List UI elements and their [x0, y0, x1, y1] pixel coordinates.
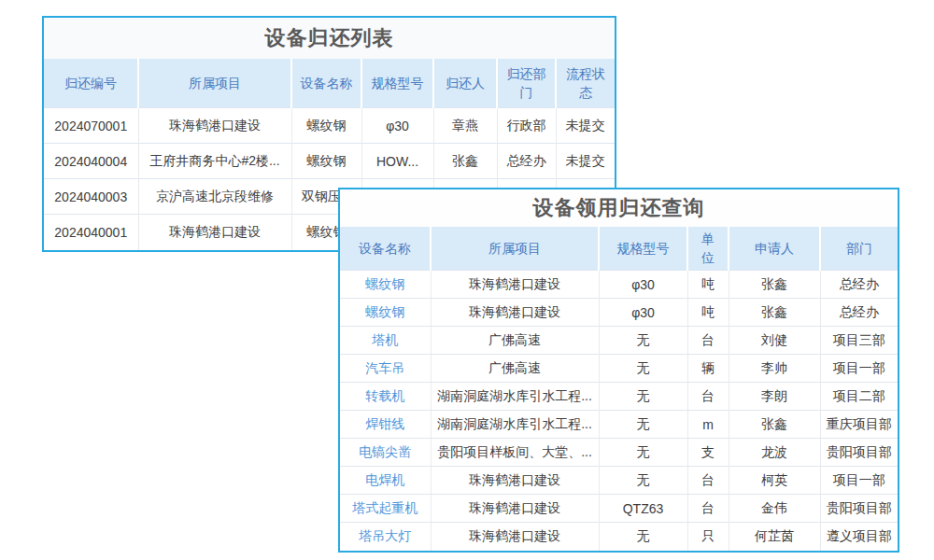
table-cell: 台: [687, 495, 729, 523]
query-panel: 设备领用归还查询 设备名称 所属项目 规格型号 单位 申请人 部门 螺纹钢珠海鹤…: [338, 188, 899, 553]
table-cell: 项目三部: [820, 327, 898, 355]
table-cell: 项目一部: [820, 355, 898, 383]
equipment-link[interactable]: 塔吊大灯: [340, 523, 431, 551]
table-cell: 张鑫: [433, 144, 497, 179]
table-cell: QTZ63: [599, 495, 687, 523]
table-cell: 辆: [687, 355, 729, 383]
table-row: 2024040004王府井商务中心#2楼...螺纹钢HOW...张鑫总经办未提交: [44, 144, 615, 179]
table-row: 电镐尖凿贵阳项目样板间、大堂、...无支龙波贵阳项目部: [340, 439, 898, 467]
table-cell: 未提交: [556, 144, 615, 179]
table-cell: 无: [599, 523, 687, 551]
table-cell: 项目一部: [820, 467, 898, 495]
table-cell: 张鑫: [729, 411, 820, 439]
table-row: 塔机广佛高速无台刘健项目三部: [340, 327, 898, 355]
table-cell: 螺纹钢: [291, 144, 361, 179]
equipment-link[interactable]: 塔机: [340, 327, 431, 355]
table-cell: 柯英: [729, 467, 820, 495]
table-cell: 珠海鹤港口建设: [138, 108, 291, 144]
table-cell: φ30: [599, 271, 687, 299]
table-row: 螺纹钢珠海鹤港口建设φ30吨张鑫总经办: [340, 271, 898, 299]
table-cell: HOW...: [361, 144, 433, 179]
table-cell: 2024070001: [44, 108, 138, 144]
table-cell: 广佛高速: [431, 355, 599, 383]
table-row: 转载机湖南洞庭湖水库引水工程...无台李朗项目二部: [340, 383, 898, 411]
table-cell: 无: [599, 327, 687, 355]
column-header: 申请人: [729, 227, 820, 271]
table-cell: 2024040003: [44, 179, 138, 215]
table-cell: 无: [599, 411, 687, 439]
table-cell: 珠海鹤港口建设: [431, 495, 599, 523]
table-cell: 金伟: [729, 495, 820, 523]
table-cell: 珠海鹤港口建设: [431, 299, 599, 327]
table-cell: 李朗: [729, 383, 820, 411]
table-cell: 总经办: [820, 271, 898, 299]
column-header: 设备名称: [340, 227, 431, 271]
panel-title: 设备归还列表: [44, 18, 615, 59]
table-cell: 2024040001: [44, 215, 138, 250]
table-cell: 刘健: [729, 327, 820, 355]
equipment-link[interactable]: 焊钳线: [340, 411, 431, 439]
table-cell: 未提交: [556, 108, 615, 144]
table-cell: 无: [599, 439, 687, 467]
equipment-link[interactable]: 转载机: [340, 383, 431, 411]
query-table: 设备名称 所属项目 规格型号 单位 申请人 部门 螺纹钢珠海鹤港口建设φ30吨张…: [340, 227, 898, 551]
table-cell: 广佛高速: [431, 327, 599, 355]
table-cell: 总经办: [820, 299, 898, 327]
table-row: 电焊机珠海鹤港口建设无台柯英项目一部: [340, 467, 898, 495]
equipment-link[interactable]: 塔式起重机: [340, 495, 431, 523]
table-cell: 龙波: [729, 439, 820, 467]
table-row: 2024070001珠海鹤港口建设螺纹钢φ30章燕行政部未提交: [44, 108, 615, 144]
table-cell: φ30: [361, 108, 433, 144]
table-cell: 台: [687, 327, 729, 355]
table-row: 螺纹钢珠海鹤港口建设φ30吨张鑫总经办: [340, 299, 898, 327]
column-header: 归还部门: [497, 59, 556, 108]
table-row: 塔式起重机珠海鹤港口建设QTZ63台金伟贵阳项目部: [340, 495, 898, 523]
table-cell: 总经办: [497, 144, 556, 179]
table-cell: 珠海鹤港口建设: [431, 467, 599, 495]
table-cell: 2024040004: [44, 144, 138, 179]
table-cell: 贵阳项目部: [820, 439, 898, 467]
column-header: 所属项目: [431, 227, 599, 271]
column-header: 部门: [820, 227, 898, 271]
column-header: 归还人: [433, 59, 497, 108]
table-row: 塔吊大灯珠海鹤港口建设无只何芷茵遵义项目部: [340, 523, 898, 551]
column-header: 设备名称: [291, 59, 361, 108]
table-cell: 何芷茵: [729, 523, 820, 551]
equipment-link[interactable]: 螺纹钢: [340, 299, 431, 327]
table-cell: 支: [687, 439, 729, 467]
table-cell: 螺纹钢: [291, 108, 361, 144]
table-cell: 珠海鹤港口建设: [138, 215, 291, 250]
table-cell: 李帅: [729, 355, 820, 383]
table-cell: 京沪高速北京段维修: [138, 179, 291, 215]
table-cell: m: [687, 411, 729, 439]
equipment-link[interactable]: 电镐尖凿: [340, 439, 431, 467]
column-header: 单位: [687, 227, 729, 271]
table-cell: 湖南洞庭湖水库引水工程...: [431, 411, 599, 439]
table-cell: φ30: [599, 299, 687, 327]
equipment-link[interactable]: 汽车吊: [340, 355, 431, 383]
table-cell: 只: [687, 523, 729, 551]
table-cell: 张鑫: [729, 299, 820, 327]
table-cell: 无: [599, 355, 687, 383]
table-cell: 吨: [687, 271, 729, 299]
table-cell: 章燕: [433, 108, 497, 144]
table-cell: 贵阳项目样板间、大堂、...: [431, 439, 599, 467]
table-cell: 台: [687, 383, 729, 411]
column-header: 归还编号: [44, 59, 138, 108]
column-header: 规格型号: [599, 227, 687, 271]
table-cell: 台: [687, 467, 729, 495]
table-cell: 无: [599, 467, 687, 495]
table-cell: 珠海鹤港口建设: [431, 271, 599, 299]
equipment-link[interactable]: 电焊机: [340, 467, 431, 495]
table-cell: 行政部: [497, 108, 556, 144]
table-cell: 张鑫: [729, 271, 820, 299]
table-cell: 遵义项目部: [820, 523, 898, 551]
panel-title: 设备领用归还查询: [340, 189, 898, 227]
table-cell: 重庆项目部: [820, 411, 898, 439]
table-cell: 珠海鹤港口建设: [431, 523, 599, 551]
column-header: 规格型号: [361, 59, 433, 108]
equipment-link[interactable]: 螺纹钢: [340, 271, 431, 299]
table-cell: 湖南洞庭湖水库引水工程...: [431, 383, 599, 411]
desktop-canvas: 设备归还列表 归还编号 所属项目 设备名称 规格型号 归还人 归还部门 流程状态…: [0, 0, 934, 560]
column-header: 所属项目: [138, 59, 291, 108]
